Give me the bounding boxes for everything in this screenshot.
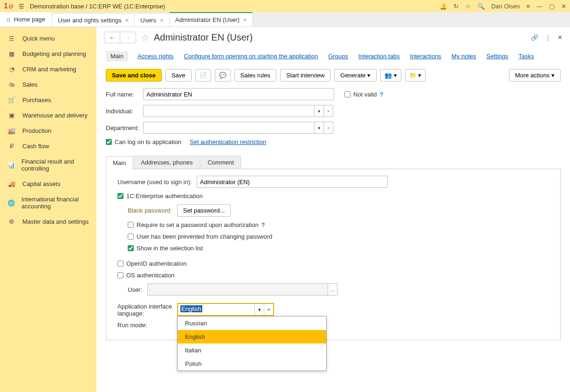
nav-tasks[interactable]: Tasks	[518, 51, 535, 62]
department-input[interactable]	[143, 122, 315, 134]
close-icon[interactable]: ✕	[561, 3, 566, 10]
show-selection-checkbox[interactable]	[128, 245, 134, 251]
start-interview-button[interactable]: Start interview	[280, 69, 330, 82]
sidebar-item-financial[interactable]: 📊Financial result and controlling	[0, 154, 96, 176]
link-icon[interactable]: 🔗	[531, 34, 538, 41]
prevent-change-checkbox[interactable]	[128, 234, 134, 240]
star-icon[interactable]: ☆	[465, 3, 471, 10]
search-icon[interactable]: 🔍	[477, 3, 485, 10]
user-name[interactable]: Dan Olsen	[491, 3, 520, 10]
os-user-input	[147, 283, 328, 296]
home-icon: ⌂	[7, 16, 10, 23]
home-tab[interactable]: ⌂ Home page	[0, 12, 52, 27]
app-title: Demonstration base / 1C:ERP WE (1C:Enter…	[30, 3, 165, 10]
save-close-button[interactable]: Save and close	[106, 69, 162, 82]
help-icon[interactable]: ?	[380, 91, 384, 98]
sidebar-item-cashflow[interactable]: ₽Cash flow	[0, 138, 96, 154]
close-icon[interactable]: ×	[243, 16, 247, 23]
full-name-input[interactable]	[143, 88, 334, 100]
tab-addresses[interactable]: Addresses, phones	[134, 156, 199, 169]
nav-interaction-tabs[interactable]: Interaction tabs	[357, 51, 401, 62]
close-icon[interactable]: ×	[160, 17, 164, 24]
sidebar-item-master[interactable]: ⚙Master data and settings	[0, 214, 96, 229]
sidebar-item-production[interactable]: 🏭Production	[0, 123, 96, 138]
generate-button[interactable]: Generate ▾	[334, 69, 377, 82]
dropdown-icon[interactable]: ▾	[254, 304, 264, 315]
nav-groups[interactable]: Groups	[327, 51, 349, 62]
sidebar-item-warehouse[interactable]: ▣Warehouse and delivery	[0, 108, 96, 123]
menu-icon[interactable]: ☰	[19, 3, 24, 10]
close-page-icon[interactable]: ✕	[557, 34, 563, 41]
help-icon[interactable]: ?	[261, 221, 265, 228]
favorite-icon[interactable]: ☆	[141, 32, 149, 43]
nav-notes[interactable]: My notes	[451, 51, 477, 62]
set-password-button[interactable]: Set password...	[177, 204, 231, 217]
sidebar-item-sales[interactable]: 🛍Sales	[0, 77, 96, 92]
tab-comment[interactable]: Comment	[200, 156, 240, 169]
close-icon[interactable]: ×	[125, 17, 129, 24]
tab-bar: ⌂ Home page User and rights settings× Us…	[0, 12, 570, 27]
individual-input[interactable]	[143, 105, 315, 117]
chat-icon-button[interactable]: 💬	[215, 69, 231, 82]
more-actions-button[interactable]: More actions ▾	[509, 69, 561, 82]
nav-interactions[interactable]: Interactions	[409, 51, 442, 62]
openid-checkbox[interactable]	[117, 261, 124, 267]
option-russian[interactable]: Russian	[178, 316, 326, 330]
tab-users[interactable]: Users×	[135, 13, 170, 27]
expand-icon[interactable]: ▫	[324, 105, 333, 117]
tab-admin-user[interactable]: Administrator EN (User)×	[170, 12, 253, 27]
sidebar-item-budgeting[interactable]: ▦Budgeting and planning	[0, 46, 96, 62]
nav-settings[interactable]: Settings	[486, 51, 509, 62]
settings-icon[interactable]: ≡	[526, 3, 530, 10]
require-password-checkbox[interactable]	[128, 222, 134, 228]
can-log-label: Can log on to application	[115, 138, 181, 145]
sidebar-item-assets[interactable]: 🚚Capital assets	[0, 176, 96, 192]
browse-icon[interactable]: …	[328, 283, 337, 296]
auth-1c-checkbox[interactable]	[117, 193, 124, 199]
username-input[interactable]	[197, 176, 388, 188]
history-icon[interactable]: ↻	[453, 3, 459, 10]
folder-icon-button[interactable]: 📁 ▾	[405, 69, 426, 82]
bell-icon[interactable]: 🔔	[440, 3, 447, 10]
show-selection-label: Show in the selection list	[137, 245, 203, 252]
nav-access-rights[interactable]: Access rights	[137, 51, 174, 62]
dropdown-icon[interactable]: ▾	[315, 105, 324, 117]
not-valid-checkbox[interactable]	[344, 91, 350, 97]
os-user-label: User:	[128, 286, 144, 293]
require-password-label: Require to set a password upon authoriza…	[137, 221, 259, 228]
sidebar-item-intl[interactable]: 🌐International financial accounting	[0, 192, 96, 214]
run-mode-label: Run mode:	[117, 322, 174, 329]
openid-label: OpenID authentication	[126, 260, 186, 267]
nav-configure[interactable]: Configure form opening on starting the a…	[183, 51, 319, 62]
sidebar-item-toggle[interactable]: ☰Quick menu	[0, 31, 96, 46]
tab-main[interactable]: Main	[106, 156, 133, 169]
doc-icon-button[interactable]: 📄	[195, 69, 211, 82]
expand-icon[interactable]: ▫	[324, 122, 333, 134]
back-button[interactable]: ←	[104, 32, 120, 43]
sidebar-item-crm[interactable]: ◔CRM and marketing	[0, 62, 96, 77]
save-button[interactable]: Save	[165, 69, 192, 82]
nav-main[interactable]: Main	[106, 51, 128, 62]
forward-button[interactable]: →	[120, 32, 136, 43]
language-combo[interactable]: English ▾ ×	[177, 303, 274, 316]
sales-rules-button[interactable]: Sales rules	[234, 69, 276, 82]
auth-restriction-link[interactable]: Set authentication restriction	[190, 138, 266, 145]
option-italian[interactable]: Italian	[178, 344, 326, 357]
title-bar: 1⊙ ☰ Demonstration base / 1C:ERP WE (1C:…	[0, 0, 570, 12]
full-name-label: Full name:	[106, 91, 140, 98]
dropdown-icon[interactable]: ▾	[315, 122, 324, 134]
kebab-icon[interactable]: ⋮	[545, 34, 551, 41]
option-english[interactable]: English	[178, 330, 326, 344]
can-log-checkbox[interactable]	[106, 139, 112, 145]
user-icon-button[interactable]: 👥 ▾	[380, 69, 401, 82]
content-area: ← → ☆ Administrator EN (User) 🔗 ⋮ ✕ Main…	[96, 27, 570, 392]
minimize-icon[interactable]: —	[536, 3, 543, 10]
tab-user-rights[interactable]: User and rights settings×	[52, 13, 135, 27]
not-valid-label: Not valid	[353, 91, 377, 98]
option-polish[interactable]: Polish	[178, 357, 326, 371]
sidebar-item-purchases[interactable]: 🛒Purchases	[0, 92, 96, 108]
os-auth-checkbox[interactable]	[117, 272, 124, 278]
maximize-icon[interactable]: ▢	[549, 3, 555, 10]
blank-password-label: Blank password	[128, 207, 171, 214]
clear-icon[interactable]: ×	[264, 304, 273, 315]
